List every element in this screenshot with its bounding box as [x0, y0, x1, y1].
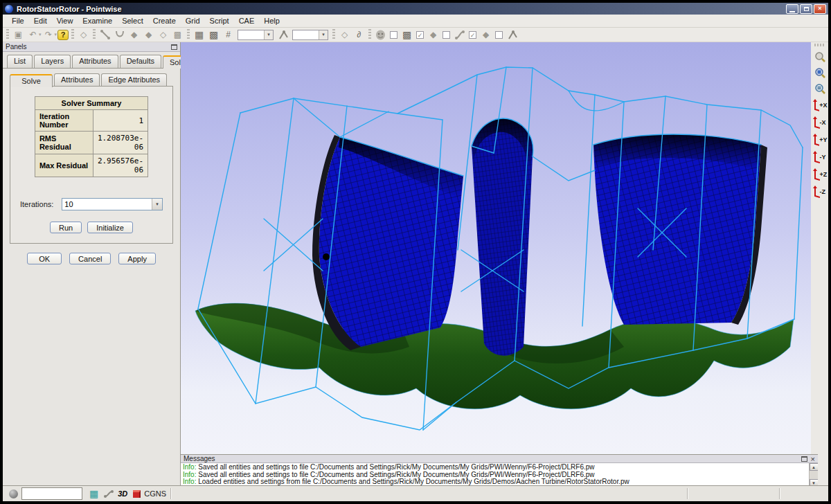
view-plus-x-button[interactable]: +X — [812, 98, 828, 112]
subtab-attributes[interactable]: Attributes — [54, 73, 100, 87]
menu-help[interactable]: Help — [259, 15, 285, 26]
float-panel-icon[interactable] — [171, 44, 177, 50]
sources-checkbox[interactable] — [495, 31, 503, 39]
axis-label: -Y — [820, 154, 826, 161]
tab-attributes[interactable]: Attributes — [72, 55, 118, 68]
menu-examine[interactable]: Examine — [78, 15, 117, 26]
save-icon[interactable]: ▣ — [12, 29, 25, 41]
toolbar-drag-handle[interactable] — [814, 44, 825, 46]
help-icon[interactable]: ? — [57, 30, 69, 40]
toolbar-drag-handle[interactable] — [93, 29, 96, 40]
menu-create[interactable]: Create — [148, 15, 181, 26]
combo-dropdown-icon[interactable]: ▾ — [319, 30, 328, 39]
subtab-solve[interactable]: Solve — [10, 74, 53, 87]
toolbar-drag-handle[interactable] — [187, 29, 190, 40]
row-value: 2.956576e-06 — [93, 154, 148, 177]
create-revolve-icon[interactable]: ◇ — [157, 29, 170, 41]
spacing-combo[interactable]: ▾ — [292, 30, 328, 40]
log-line: Info: Loaded entities and settings from … — [183, 478, 807, 486]
blocks-checkbox[interactable]: ✓ — [416, 31, 424, 39]
float-panel-icon[interactable] — [801, 456, 807, 462]
panels-header[interactable]: Panels — [3, 42, 180, 52]
undo-dropdown-icon[interactable]: ▾ — [39, 32, 42, 37]
show-connectors-icon[interactable] — [453, 29, 466, 41]
dimension-icon[interactable]: # — [222, 29, 235, 41]
messages-header[interactable]: Messages × — [181, 455, 818, 463]
menu-file[interactable]: File — [7, 15, 29, 26]
solver-summary-table: Solver Summary Iteration Number 1 RMS Re… — [35, 96, 148, 177]
redo-dropdown-icon[interactable]: ▾ — [55, 32, 57, 37]
menu-cae[interactable]: CAE — [234, 15, 260, 26]
tab-defaults[interactable]: Defaults — [120, 55, 161, 68]
show-spacings-icon[interactable] — [506, 29, 519, 41]
create-curve-icon[interactable] — [113, 29, 126, 41]
partial-derivative-icon[interactable]: ∂ — [352, 29, 366, 41]
row-value: 1 — [93, 110, 148, 132]
solve-domain-icon[interactable]: ◇ — [338, 29, 351, 41]
initialize-button[interactable]: Initialize — [87, 222, 133, 233]
row-label: Max Residual — [35, 154, 93, 177]
toolbar-drag-handle[interactable] — [368, 29, 371, 40]
create-block-icon[interactable]: ▩ — [171, 29, 184, 41]
menu-edit[interactable]: Edit — [29, 15, 52, 26]
spacing-icon[interactable] — [276, 29, 289, 41]
title-bar[interactable]: RotorStatorRotor - Pointwise × — [3, 3, 828, 15]
connectors-checkbox[interactable]: ✓ — [469, 31, 476, 39]
apply-button[interactable]: Apply — [118, 253, 156, 264]
toolbar-drag-handle[interactable] — [71, 29, 74, 40]
dimension-combo[interactable]: ▾ — [238, 30, 274, 40]
subtab-edge-attributes[interactable]: Edge Attributes — [101, 73, 167, 87]
tab-list[interactable]: List — [7, 55, 33, 68]
menu-select[interactable]: Select — [117, 15, 148, 26]
undo-icon[interactable]: ↶ — [26, 29, 39, 41]
messages-scrollbar[interactable]: ▲ ▼ — [809, 463, 818, 487]
redo-icon[interactable]: ↷ — [42, 29, 55, 41]
view-minus-y-button[interactable]: -Y — [812, 150, 828, 164]
scroll-up-icon[interactable]: ▲ — [810, 463, 819, 471]
restore-button[interactable] — [800, 4, 812, 14]
iterations-combo[interactable]: 10 ▾ — [62, 198, 163, 210]
close-panel-icon[interactable]: × — [811, 456, 815, 462]
structured-grid-icon[interactable]: ▦ — [193, 29, 206, 41]
view-toolbar: +X -X +Y -Y — [811, 42, 828, 454]
magnifier-equal-glyph — [814, 83, 825, 94]
show-domains-icon[interactable]: ◆ — [427, 29, 440, 41]
create-domain-icon[interactable]: ◆ — [142, 29, 155, 41]
create-segment-icon[interactable] — [98, 29, 111, 41]
zoom-equal-icon[interactable] — [812, 81, 827, 96]
view-minus-z-button[interactable]: -Z — [812, 184, 828, 199]
cancel-button[interactable]: Cancel — [69, 253, 111, 264]
combo-dropdown-icon[interactable]: ▾ — [152, 199, 162, 210]
ok-button[interactable]: OK — [27, 253, 62, 264]
unstructured-grid-icon[interactable]: ▩ — [207, 29, 220, 41]
show-blocks-icon[interactable]: ▩ — [400, 29, 413, 41]
show-database-icon[interactable] — [374, 29, 387, 41]
combo-dropdown-icon[interactable]: ▾ — [264, 30, 273, 39]
axis-glyph — [812, 151, 820, 163]
toolbar-drag-handle[interactable] — [332, 29, 335, 40]
messages-log[interactable]: Info: Saved all entities and settings to… — [181, 463, 809, 487]
layer-assign-icon[interactable]: ◇ — [77, 29, 90, 41]
create-surface-icon[interactable]: ◆ — [127, 29, 141, 41]
view-plus-z-button[interactable]: +Z — [812, 167, 828, 181]
database-checkbox[interactable] — [390, 31, 397, 39]
menu-script[interactable]: Script — [205, 15, 234, 26]
minimize-button[interactable] — [786, 4, 798, 14]
row-value: 1.208703e-06 — [93, 132, 148, 154]
view-minus-x-button[interactable]: -X — [812, 115, 828, 129]
domains-checkbox[interactable] — [443, 31, 450, 39]
zoom-to-fit-icon[interactable] — [812, 65, 827, 80]
viewport-3d[interactable] — [181, 42, 811, 454]
toolbar-drag-handle[interactable] — [6, 29, 9, 40]
run-button[interactable]: Run — [50, 222, 82, 233]
magnifier-glyph — [814, 51, 825, 62]
toolbar: ▣ ↶▾ ↷▾ ? ◇ ◆ ◆ ◇ ▩ ▦ ▩ # ▾ ▾ ◇ ∂ ▩ — [3, 28, 828, 42]
view-plus-y-button[interactable]: +Y — [812, 132, 828, 147]
close-button[interactable]: × — [814, 4, 826, 14]
menu-view[interactable]: View — [52, 15, 78, 26]
tab-layers[interactable]: Layers — [34, 55, 71, 68]
zoom-icon[interactable] — [812, 49, 827, 64]
menu-grid[interactable]: Grid — [181, 15, 205, 26]
magnifier-fit-glyph — [814, 67, 825, 78]
show-sources-icon[interactable]: ◆ — [479, 29, 492, 41]
